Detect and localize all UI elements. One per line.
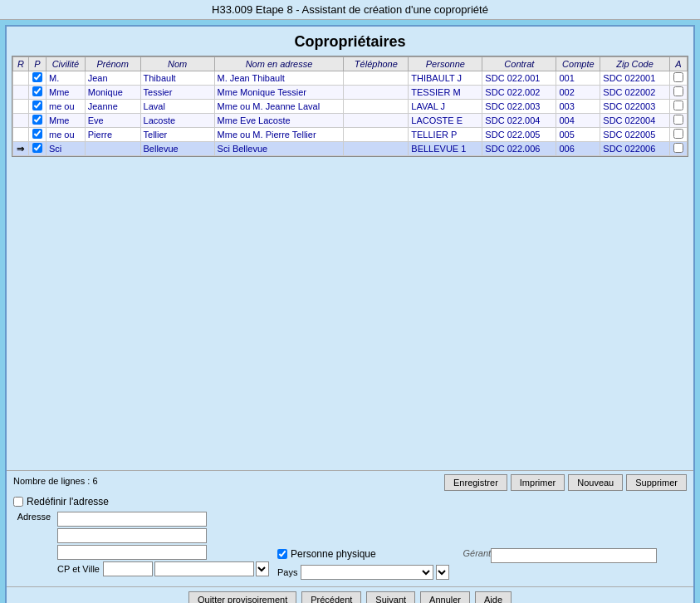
row-zip: SDC 022003: [600, 100, 669, 114]
row-a-checkbox[interactable]: [669, 128, 687, 142]
col-header-zip: Zip Code: [600, 57, 669, 71]
row-tel: [344, 142, 409, 156]
row-contrat: SDC 022.002: [482, 86, 556, 100]
row-prenom: Jeanne: [85, 100, 140, 114]
row-a-checkbox[interactable]: [669, 71, 687, 86]
annuler-button[interactable]: Annuler: [420, 591, 470, 603]
table-row[interactable]: ⇒SciBellevueSci BellevueBELLEVUE 1SDC 02…: [13, 142, 688, 156]
row-contrat: SDC 022.005: [482, 128, 556, 142]
row-p-checkbox[interactable]: [28, 71, 46, 86]
row-personne: THIBAULT J: [409, 71, 482, 86]
row-p-checkbox[interactable]: [28, 142, 46, 156]
row-civilite: me ou: [47, 128, 86, 142]
redefine-label: Redéfinir l'adresse: [27, 496, 109, 507]
col-header-prenom: Prénom: [85, 57, 140, 71]
aide-button[interactable]: Aide: [475, 591, 512, 603]
row-tel: [344, 128, 409, 142]
row-contrat: SDC 022.001: [482, 71, 556, 86]
table-row[interactable]: M.JeanThibaultM. Jean ThibaultTHIBAULT J…: [13, 71, 688, 86]
pays-select[interactable]: [301, 565, 433, 580]
nouveau-button[interactable]: Nouveau: [568, 474, 623, 491]
row-nom: Tessier: [140, 86, 214, 100]
row-prenom: Pierre: [85, 128, 140, 142]
row-a-checkbox[interactable]: [669, 100, 687, 114]
row-contrat: SDC 022.006: [482, 142, 556, 156]
row-tel: [344, 114, 409, 128]
row-nomad: M. Jean Thibault: [214, 71, 344, 86]
row-nomad: Mme Eve Lacoste: [214, 114, 344, 128]
row-a-checkbox[interactable]: [669, 142, 687, 156]
col-header-nom: Nom: [140, 57, 214, 71]
row-p-checkbox[interactable]: [28, 100, 46, 114]
table-row[interactable]: me ouPierreTellierMme ou M. Pierre Telli…: [13, 128, 688, 142]
row-arrow: [13, 114, 29, 128]
imprimer-button[interactable]: Imprimer: [511, 474, 565, 491]
enregistrer-button[interactable]: Enregistrer: [444, 474, 507, 491]
quitter-button[interactable]: Quitter provisoirement: [188, 591, 296, 603]
row-count: Nombre de lignes : 6: [13, 476, 98, 486]
row-p-checkbox[interactable]: [28, 128, 46, 142]
row-compte: 005: [556, 128, 600, 142]
row-zip: SDC 022004: [600, 114, 669, 128]
row-zip: SDC 022005: [600, 128, 669, 142]
row-arrow: [13, 128, 29, 142]
table-row[interactable]: MmeMoniqueTessierMme Monique TessierTESS…: [13, 86, 688, 100]
row-prenom: Jean: [85, 71, 140, 86]
redefine-checkbox[interactable]: [13, 497, 23, 507]
adresse-input-3[interactable]: [57, 545, 207, 560]
row-prenom: [85, 142, 140, 156]
supprimer-button[interactable]: Supprimer: [626, 474, 687, 491]
col-header-r: R: [13, 57, 29, 71]
row-personne: TELLIER P: [409, 128, 482, 142]
page-title: Copropriétaires: [7, 27, 693, 56]
personne-physique-checkbox[interactable]: [277, 549, 287, 559]
row-arrow: ⇒: [13, 142, 29, 156]
row-nom: Lacoste: [140, 114, 214, 128]
suivant-button[interactable]: Suivant: [366, 591, 415, 603]
col-header-tel: Téléphone: [344, 57, 409, 71]
adresse-label: Adresse: [13, 512, 51, 522]
row-contrat: SDC 022.003: [482, 100, 556, 114]
col-header-p: P: [28, 57, 46, 71]
table-row[interactable]: me ouJeanneLavalMme ou M. Jeanne LavalLA…: [13, 100, 688, 114]
row-p-checkbox[interactable]: [28, 114, 46, 128]
row-compte: 004: [556, 114, 600, 128]
precedent-button[interactable]: Précédent: [301, 591, 361, 603]
ville-dropdown[interactable]: [256, 561, 269, 576]
row-nomad: Sci Bellevue: [214, 142, 344, 156]
cp-input[interactable]: [103, 561, 153, 576]
row-p-checkbox[interactable]: [28, 86, 46, 100]
row-arrow: [13, 100, 29, 114]
gerant-label: Gérant: [458, 548, 491, 558]
row-nom: Bellevue: [140, 142, 214, 156]
col-header-civilite: Civilité: [47, 57, 86, 71]
row-a-checkbox[interactable]: [669, 86, 687, 100]
row-nomad: Mme ou M. Jeanne Laval: [214, 100, 344, 114]
adresse-input-2[interactable]: [57, 528, 207, 543]
pays-dropdown[interactable]: [436, 565, 449, 580]
row-zip: SDC 022006: [600, 142, 669, 156]
adresse-input-1[interactable]: [57, 512, 207, 527]
row-personne: LAVAL J: [409, 100, 482, 114]
row-personne: BELLEVUE 1: [409, 142, 482, 156]
row-personne: LACOSTE E: [409, 114, 482, 128]
row-civilite: Mme: [47, 86, 86, 100]
row-compte: 003: [556, 100, 600, 114]
row-nomad: Mme Monique Tessier: [214, 86, 344, 100]
col-header-contrat: Contrat: [482, 57, 556, 71]
col-header-personne: Personne: [409, 57, 482, 71]
row-prenom: Monique: [85, 86, 140, 100]
row-arrow: [13, 71, 29, 86]
row-civilite: Mme: [47, 114, 86, 128]
table-row[interactable]: MmeEveLacosteMme Eve LacosteLACOSTE ESDC…: [13, 114, 688, 128]
row-a-checkbox[interactable]: [669, 114, 687, 128]
row-arrow: [13, 86, 29, 100]
gerant-input[interactable]: [491, 548, 657, 563]
row-contrat: SDC 022.004: [482, 114, 556, 128]
row-civilite: Sci: [47, 142, 86, 156]
row-compte: 001: [556, 71, 600, 86]
ville-input[interactable]: [154, 561, 254, 576]
row-nom: Laval: [140, 100, 214, 114]
copropriétaires-table: R P Civilité Prénom Nom Nom en adresse T…: [12, 56, 688, 156]
row-civilite: me ou: [47, 100, 86, 114]
